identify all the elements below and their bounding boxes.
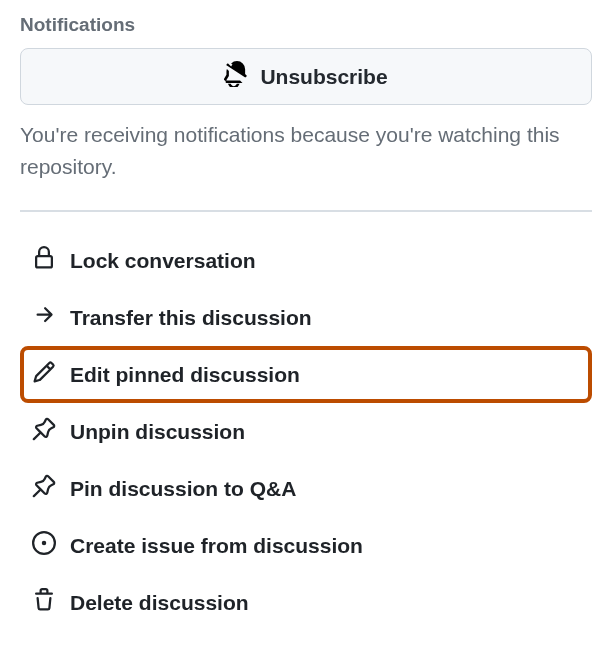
lock-conversation-action[interactable]: Lock conversation	[20, 232, 592, 289]
pin-icon	[32, 417, 56, 446]
arrow-right-icon	[32, 303, 56, 332]
lock-conversation-label: Lock conversation	[70, 249, 580, 273]
edit-pinned-discussion-action[interactable]: Edit pinned discussion	[20, 346, 592, 403]
transfer-discussion-label: Transfer this discussion	[70, 306, 580, 330]
unpin-discussion-action[interactable]: Unpin discussion	[20, 403, 592, 460]
divider	[20, 210, 592, 212]
trash-icon	[32, 588, 56, 617]
pin-discussion-qa-action[interactable]: Pin discussion to Q&A	[20, 460, 592, 517]
pin-discussion-qa-label: Pin discussion to Q&A	[70, 477, 580, 501]
edit-pinned-discussion-label: Edit pinned discussion	[70, 363, 580, 387]
create-issue-action[interactable]: Create issue from discussion	[20, 517, 592, 574]
create-issue-label: Create issue from discussion	[70, 534, 580, 558]
unsubscribe-label: Unsubscribe	[260, 65, 387, 89]
notifications-helper-text: You're receiving notifications because y…	[20, 119, 592, 182]
unsubscribe-button[interactable]: Unsubscribe	[20, 48, 592, 105]
delete-discussion-action[interactable]: Delete discussion	[20, 574, 592, 631]
lock-icon	[32, 246, 56, 275]
discussion-actions: Lock conversation Transfer this discussi…	[20, 232, 592, 631]
pin-icon	[32, 474, 56, 503]
unpin-discussion-label: Unpin discussion	[70, 420, 580, 444]
notifications-title: Notifications	[20, 14, 592, 36]
pencil-icon	[32, 360, 56, 389]
bell-slash-icon	[224, 61, 250, 92]
delete-discussion-label: Delete discussion	[70, 591, 580, 615]
transfer-discussion-action[interactable]: Transfer this discussion	[20, 289, 592, 346]
issue-icon	[32, 531, 56, 560]
